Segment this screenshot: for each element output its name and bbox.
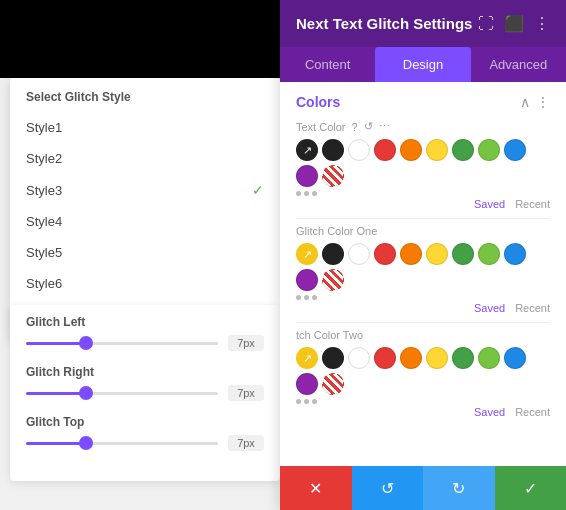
help-icon[interactable]: ? — [352, 121, 358, 133]
style-label: Style6 — [26, 276, 62, 291]
recent-label[interactable]: Recent — [515, 406, 550, 418]
glitch-left-value: 7px — [228, 335, 264, 351]
swatch-orange[interactable] — [400, 139, 422, 161]
swatch-white[interactable] — [348, 139, 370, 161]
swatch-red[interactable] — [374, 243, 396, 265]
glitch-top-row: Glitch Top 7px — [26, 415, 264, 451]
style-label: Style1 — [26, 120, 62, 135]
more-icon[interactable]: ⋮ — [534, 14, 550, 33]
swatch-blue[interactable] — [504, 139, 526, 161]
sliders-panel: Glitch Left 7px Glitch Right 7px Glitch … — [10, 305, 280, 481]
style-selector-header: Select Glitch Style — [10, 78, 280, 112]
swatch-green[interactable] — [452, 243, 474, 265]
dot — [304, 191, 309, 196]
glitch-two-arrow-swatch[interactable] — [296, 347, 318, 369]
swatch-black[interactable] — [322, 243, 344, 265]
saved-label[interactable]: Saved — [474, 302, 505, 314]
colors-title: Colors — [296, 94, 340, 110]
style-label: Style4 — [26, 214, 62, 229]
list-item[interactable]: Style2 — [10, 143, 280, 174]
glitch-right-slider[interactable] — [26, 392, 218, 395]
swatch-blue[interactable] — [504, 243, 526, 265]
glitch-color-two-swatches — [296, 347, 550, 395]
style-label: Style5 — [26, 245, 62, 260]
cancel-button[interactable]: ✕ — [280, 466, 352, 510]
undo-button[interactable]: ↺ — [352, 466, 424, 510]
collapse-icon[interactable]: ∧ — [520, 94, 530, 110]
more-options-icon[interactable]: ⋯ — [379, 120, 390, 133]
list-item[interactable]: Style5 — [10, 237, 280, 268]
saved-recent-text-color: Saved Recent — [296, 198, 550, 210]
tab-design[interactable]: Design — [375, 47, 470, 82]
text-color-swatches — [296, 139, 550, 187]
glitch-one-arrow-swatch[interactable] — [296, 243, 318, 265]
section-more-icon[interactable]: ⋮ — [536, 94, 550, 110]
dot — [312, 399, 317, 404]
swatch-black[interactable] — [322, 139, 344, 161]
dot — [296, 295, 301, 300]
glitch-color-two-label: tch Color Two — [296, 329, 550, 341]
swatch-light-green[interactable] — [478, 243, 500, 265]
glitch-left-row: Glitch Left 7px — [26, 315, 264, 351]
swatch-yellow[interactable] — [426, 139, 448, 161]
glitch-top-slider[interactable] — [26, 442, 218, 445]
tab-advanced[interactable]: Advanced — [471, 47, 566, 82]
swatch-white[interactable] — [348, 347, 370, 369]
swatch-striped[interactable] — [322, 373, 344, 395]
swatch-purple[interactable] — [296, 373, 318, 395]
swatch-black[interactable] — [322, 347, 344, 369]
list-item[interactable]: Style6 — [10, 268, 280, 299]
swatch-light-green[interactable] — [478, 139, 500, 161]
glitch-color-one-row: Glitch Color One — [296, 225, 550, 314]
list-item[interactable]: Style4 — [10, 206, 280, 237]
tabs-bar: Content Design Advanced — [280, 47, 566, 82]
confirm-button[interactable]: ✓ — [495, 466, 567, 510]
swatch-purple[interactable] — [296, 269, 318, 291]
split-icon[interactable]: ⬛ — [504, 14, 524, 33]
swatch-white[interactable] — [348, 243, 370, 265]
glitch-right-control: 7px — [26, 385, 264, 401]
swatch-striped[interactable] — [322, 165, 344, 187]
text-color-label: Text Color ? ↺ ⋯ — [296, 120, 550, 133]
swatch-striped[interactable] — [322, 269, 344, 291]
recent-label[interactable]: Recent — [515, 302, 550, 314]
settings-panel: Next Text Glitch Settings ⛶ ⬛ ⋮ Content … — [280, 0, 566, 510]
colors-section-header: Colors ∧ ⋮ — [296, 94, 550, 110]
dot — [304, 295, 309, 300]
cancel-icon: ✕ — [309, 479, 322, 498]
dots-row — [296, 295, 550, 300]
swatch-purple[interactable] — [296, 165, 318, 187]
swatch-red[interactable] — [374, 139, 396, 161]
swatch-green[interactable] — [452, 139, 474, 161]
glitch-right-row: Glitch Right 7px — [26, 365, 264, 401]
confirm-icon: ✓ — [524, 479, 537, 498]
undo-icon: ↺ — [381, 479, 394, 498]
swatch-red[interactable] — [374, 347, 396, 369]
redo-button[interactable]: ↻ — [423, 466, 495, 510]
reset-icon[interactable]: ↺ — [364, 120, 373, 133]
list-item[interactable]: Style1 — [10, 112, 280, 143]
section-controls: ∧ ⋮ — [520, 94, 550, 110]
swatch-green[interactable] — [452, 347, 474, 369]
glitch-left-control: 7px — [26, 335, 264, 351]
saved-label[interactable]: Saved — [474, 406, 505, 418]
glitch-left-slider[interactable] — [26, 342, 218, 345]
recent-label[interactable]: Recent — [515, 198, 550, 210]
list-item[interactable]: Style3 ✓ — [10, 174, 280, 206]
swatch-yellow[interactable] — [426, 243, 448, 265]
selected-check-icon: ✓ — [252, 182, 264, 198]
swatch-orange[interactable] — [400, 243, 422, 265]
text-color-row: Text Color ? ↺ ⋯ — [296, 120, 550, 210]
swatch-blue[interactable] — [504, 347, 526, 369]
glitch-top-label: Glitch Top — [26, 415, 264, 429]
swatch-orange[interactable] — [400, 347, 422, 369]
swatch-yellow[interactable] — [426, 347, 448, 369]
style-selector-panel: Select Glitch Style Style1 Style2 Style3… — [10, 78, 280, 340]
fit-icon[interactable]: ⛶ — [478, 15, 494, 33]
saved-label[interactable]: Saved — [474, 198, 505, 210]
tab-content[interactable]: Content — [280, 47, 375, 82]
glitch-right-value: 7px — [228, 385, 264, 401]
swatch-light-green[interactable] — [478, 347, 500, 369]
text-color-arrow-swatch[interactable] — [296, 139, 318, 161]
glitch-color-one-swatches — [296, 243, 550, 291]
